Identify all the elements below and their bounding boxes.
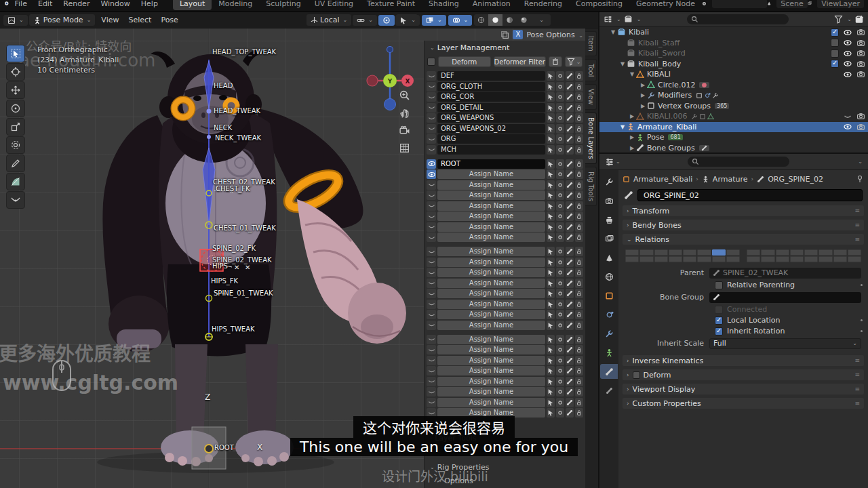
bone-layer-cell[interactable] xyxy=(683,249,696,256)
bone-layer-cell[interactable] xyxy=(625,256,639,262)
relative-parenting-row[interactable]: Relative Parenting xyxy=(715,281,861,289)
layer-lock-icon[interactable] xyxy=(575,335,583,344)
layer-bone-icon[interactable] xyxy=(566,310,574,319)
layer-row[interactable]: Assign Name xyxy=(427,258,583,267)
select-layer-icon[interactable] xyxy=(547,345,555,354)
layer-row[interactable]: Assign Name xyxy=(427,201,583,211)
layer-name-button[interactable]: Assign Name xyxy=(437,169,545,179)
layer-bone-icon[interactable] xyxy=(566,92,574,102)
layer-row[interactable]: Assign Name xyxy=(427,387,583,396)
layer-visibility-toggle[interactable] xyxy=(427,310,436,319)
layer-lock-icon[interactable] xyxy=(575,222,583,232)
exclude-checkbox[interactable] xyxy=(831,28,839,37)
menu-item[interactable]: File xyxy=(9,0,33,8)
layer-visibility-toggle[interactable] xyxy=(427,113,436,123)
panel-transform[interactable]: ›Transform≡ xyxy=(623,205,864,216)
layer-visibility-toggle[interactable] xyxy=(427,211,436,221)
scene-selector[interactable]: Scene xyxy=(776,0,808,8)
layer-lock-icon[interactable] xyxy=(575,398,583,407)
layer-dot-icon[interactable] xyxy=(556,201,564,211)
camera-visibility-icon[interactable] xyxy=(856,70,865,79)
layer-visibility-toggle[interactable] xyxy=(427,300,436,309)
layer-lock-icon[interactable] xyxy=(575,377,583,386)
viewport-menu-item[interactable]: View xyxy=(96,14,123,26)
layer-visibility-toggle[interactable] xyxy=(427,124,436,134)
bone-layer-cell[interactable] xyxy=(790,249,804,256)
layer-bone-icon[interactable] xyxy=(566,222,574,232)
layer-visibility-toggle[interactable] xyxy=(427,201,436,211)
layer-visibility-toggle[interactable] xyxy=(427,169,436,179)
layer-row[interactable]: Assign Name xyxy=(427,247,583,256)
layer-name-button[interactable]: ORG xyxy=(437,134,545,144)
layer-visibility-toggle[interactable] xyxy=(427,366,436,375)
layer-management-header[interactable]: ⌄ Layer Management xyxy=(425,41,585,55)
show-overlays-toggle[interactable]: ⌄ xyxy=(448,15,473,26)
bone-layer-cell[interactable] xyxy=(669,256,682,262)
bone-layer-cell[interactable] xyxy=(804,249,818,256)
bone-layer-cell[interactable] xyxy=(747,249,760,256)
exclude-checkbox[interactable] xyxy=(831,49,839,58)
eye-icon[interactable] xyxy=(844,60,852,68)
properties-options-caret[interactable]: ⌄ xyxy=(858,159,863,165)
layer-lock-icon[interactable] xyxy=(575,387,583,396)
layer-bone-icon[interactable] xyxy=(566,279,574,288)
inherit-rotation-checkbox[interactable] xyxy=(715,327,723,336)
outliner-row-kibali-sword[interactable]: Kibali_Sword xyxy=(599,48,868,59)
bone-layer-cell[interactable] xyxy=(639,249,653,256)
tool-pose-breakdowner[interactable] xyxy=(6,191,25,209)
bone-layer-cell[interactable] xyxy=(761,249,774,256)
layer-lock-icon[interactable] xyxy=(575,356,583,365)
select-layer-icon[interactable] xyxy=(547,310,555,319)
select-layer-icon[interactable] xyxy=(547,232,555,242)
layer-dot-icon[interactable] xyxy=(556,279,564,288)
tool-annotate[interactable] xyxy=(6,155,25,172)
layer-lock-icon[interactable] xyxy=(575,345,583,354)
layer-bone-icon[interactable] xyxy=(566,321,574,330)
camera-view-button[interactable] xyxy=(399,125,410,136)
panel-deform[interactable]: ›Deform≡ xyxy=(623,369,864,380)
tool-transform[interactable] xyxy=(6,136,25,154)
sidebar-tab[interactable]: Item xyxy=(585,31,597,56)
layer-bone-icon[interactable] xyxy=(566,247,574,256)
local-location-checkbox[interactable] xyxy=(715,317,723,325)
zoom-button[interactable] xyxy=(399,89,410,101)
layer-row[interactable]: Assign Name xyxy=(427,366,583,375)
layer-lock-icon[interactable] xyxy=(575,366,583,375)
layer-name-button[interactable]: Assign Name xyxy=(437,201,545,211)
panel-bendy-bones[interactable]: ›Bendy Bones≡ xyxy=(623,220,864,230)
outliner-row-bone-groups[interactable]: ▶ Bone Groups xyxy=(599,143,868,154)
layer-lock-icon[interactable] xyxy=(575,289,583,298)
bone-layer-cell[interactable] xyxy=(776,256,789,262)
bone-layer-cell[interactable] xyxy=(818,256,832,262)
layer-dot-icon[interactable] xyxy=(556,222,564,232)
bone-layer-cell[interactable] xyxy=(712,249,726,256)
tool-measure[interactable] xyxy=(6,173,25,190)
layer-name-button[interactable]: Assign Name xyxy=(437,211,545,221)
layer-row[interactable]: ORG_WEAPONS xyxy=(427,113,583,123)
layer-name-button[interactable]: ORG_WEAPONS xyxy=(437,113,545,123)
layer-dot-icon[interactable] xyxy=(556,247,564,256)
layer-visibility-toggle[interactable] xyxy=(427,180,436,190)
layer-row[interactable]: Assign Name xyxy=(427,180,583,190)
layer-lock-icon[interactable] xyxy=(575,258,583,267)
layer-bone-icon[interactable] xyxy=(566,211,574,221)
bone-layer-cell[interactable] xyxy=(669,249,682,256)
layer-row[interactable]: Assign Name xyxy=(427,211,583,221)
expand-icon[interactable]: ▶ xyxy=(628,145,636,151)
layer-bone-icon[interactable] xyxy=(566,159,574,169)
select-layer-icon[interactable] xyxy=(547,92,555,102)
layer-lock-icon[interactable] xyxy=(575,310,583,319)
layer-visibility-toggle[interactable] xyxy=(427,345,436,354)
layer-row[interactable]: Assign Name xyxy=(427,190,583,200)
layer-dot-icon[interactable] xyxy=(556,124,564,134)
layer-row[interactable]: MCH xyxy=(427,145,583,155)
trash-button[interactable] xyxy=(549,56,562,67)
viewport-menu-item[interactable]: Pose xyxy=(156,14,182,26)
layer-row[interactable]: Assign Name xyxy=(427,356,583,365)
breadcrumb-object[interactable]: Armature_Kibali xyxy=(633,175,692,184)
bone-layer-cell[interactable] xyxy=(761,256,774,262)
workspace-tab[interactable]: Animation xyxy=(466,0,517,10)
select-layer-icon[interactable] xyxy=(547,398,555,407)
layer-lock-icon[interactable] xyxy=(575,268,583,277)
layer-name-button[interactable]: Assign Name xyxy=(437,279,545,288)
